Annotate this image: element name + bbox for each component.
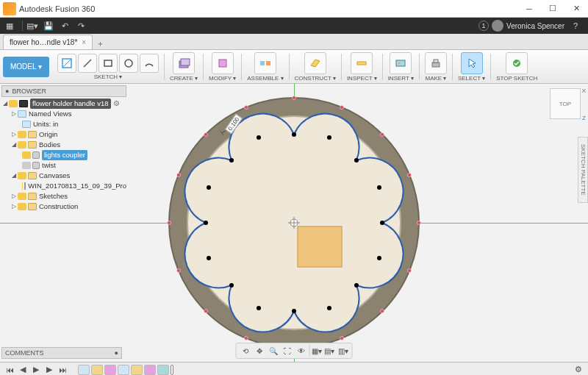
user-avatar-icon[interactable] [492, 20, 503, 32]
save-button[interactable]: 💾 [42, 19, 55, 32]
workspace-switcher[interactable]: MODEL ▾ [3, 57, 49, 77]
tree-construction[interactable]: ▷Construction [1, 201, 126, 212]
extrude-icon[interactable] [173, 52, 195, 74]
insert-group-label[interactable]: INSERT ▾ [388, 75, 414, 82]
browser-header[interactable]: ●BROWSER [1, 85, 126, 97]
svg-rect-55 [298, 226, 342, 267]
svg-rect-9 [266, 61, 270, 65]
history-marker-icon[interactable] [171, 365, 173, 375]
create-sketch-icon[interactable] [57, 54, 76, 73]
modify-group: MODIFY ▾ [207, 50, 238, 83]
timeline-start-icon[interactable]: ⏮ [4, 365, 15, 375]
select-icon[interactable] [461, 52, 483, 74]
browser-panel: ●BROWSER ◢flower holder handle v18⚙ ▷Nam… [1, 85, 126, 213]
file-menu-button[interactable]: ▤▾ [26, 19, 39, 32]
tree-body-lights-coupler[interactable]: lights coupler [1, 150, 126, 160]
timeline-prev-icon[interactable]: ◀ [18, 365, 28, 375]
svg-rect-11 [357, 62, 366, 65]
comments-expand-icon: ● [115, 349, 118, 357]
timeline-end-icon[interactable]: ⏭ [57, 365, 68, 375]
look-icon[interactable]: 👁 [295, 345, 307, 357]
tree-canvases[interactable]: ◢Canvases [1, 171, 126, 181]
modify-group-label[interactable]: MODIFY ▾ [209, 75, 236, 82]
history-sketch-icon[interactable] [78, 365, 90, 375]
svg-point-38 [417, 221, 421, 225]
history-canvas-icon[interactable] [157, 365, 169, 375]
document-tab[interactable]: flower ho…ndle v18* × [3, 35, 93, 49]
svg-rect-8 [260, 61, 265, 65]
assemble-group: ASSEMBLE ▾ [245, 50, 285, 83]
tree-bodies[interactable]: ◢Bodies [1, 140, 126, 150]
construct-group-label[interactable]: CONSTRUCT ▾ [295, 75, 336, 82]
timeline-next-icon[interactable]: ▶ [44, 365, 54, 375]
arc-icon[interactable] [140, 54, 159, 73]
data-panel-button[interactable]: ▦ [3, 19, 16, 32]
tree-body-twist[interactable]: twist [1, 160, 126, 171]
grid-settings-icon[interactable]: ▤▾ [323, 345, 335, 357]
viewcube[interactable]: TOP X Z [550, 88, 581, 119]
tree-origin[interactable]: ▷Origin [1, 129, 126, 140]
rectangle-icon[interactable] [98, 54, 118, 73]
maximize-button[interactable]: ☐ [541, 0, 564, 18]
history-extrude-icon[interactable] [91, 365, 103, 375]
tree-units[interactable]: Units: in [1, 119, 126, 129]
user-name[interactable]: Veronica Spencer [506, 22, 564, 30]
svg-rect-3 [104, 60, 112, 66]
zoom-icon[interactable]: 🔍 [268, 345, 279, 357]
redo-button[interactable]: ↷ [74, 19, 87, 32]
stop-sketch-icon[interactable] [506, 52, 528, 74]
sketch-palette-tab[interactable]: SKETCH PALETTE [578, 137, 588, 203]
notification-badge[interactable]: 1 [478, 21, 489, 31]
orbit-icon[interactable]: ⟲ [240, 345, 251, 357]
history-feature2-icon[interactable] [118, 365, 129, 375]
fit-icon[interactable]: ⛶ [282, 345, 293, 357]
inspect-group-label[interactable]: INSPECT ▾ [347, 75, 377, 82]
browser-title: BROWSER [12, 88, 46, 95]
undo-button[interactable]: ↶ [58, 19, 71, 32]
create-group-label[interactable]: CREATE ▾ [170, 75, 198, 82]
svg-point-47 [340, 337, 344, 340]
svg-point-13 [398, 62, 401, 64]
circle-icon[interactable] [119, 54, 138, 73]
tree-root[interactable]: ◢flower holder handle v18⚙ [1, 99, 126, 109]
help-button[interactable]: ? [569, 19, 582, 32]
tree-named-views[interactable]: ▷Named Views [1, 109, 126, 119]
timeline-history [78, 365, 173, 375]
assemble-group-label[interactable]: ASSEMBLE ▾ [247, 75, 283, 82]
history-feature-icon[interactable] [104, 365, 116, 375]
make-icon[interactable] [425, 52, 447, 74]
joint-icon[interactable] [254, 52, 276, 74]
new-tab-button[interactable]: ＋ [93, 38, 107, 49]
comments-panel-header[interactable]: COMMENTS ● [1, 347, 122, 359]
sketch-group: SKETCH ▾ [55, 50, 161, 83]
close-tab-icon[interactable]: × [82, 38, 86, 46]
plane-icon[interactable] [304, 52, 326, 74]
comments-label: COMMENTS [5, 349, 44, 357]
tree-sketches[interactable]: ▷Sketches [1, 191, 126, 201]
minimize-button[interactable]: ─ [517, 0, 541, 18]
insert-group: INSERT ▾ [386, 50, 416, 83]
quick-access-toolbar: ▦ ▤▾ 💾 ↶ ↷ 1 Veronica Spencer ? [0, 18, 588, 34]
line-icon[interactable] [78, 54, 97, 73]
tree-canvas-item[interactable]: WIN_20170813_15_09_39_Pro [1, 181, 126, 191]
select-group-label[interactable]: SELECT ▾ [458, 75, 485, 82]
insert-icon[interactable] [390, 52, 412, 74]
viewport-settings-icon[interactable]: ▥▾ [337, 345, 349, 357]
history-feature4-icon[interactable] [144, 365, 156, 375]
make-group-label[interactable]: MAKE ▾ [425, 75, 446, 82]
stop-sketch-label[interactable]: STOP SKETCH [496, 75, 537, 82]
timeline-play-icon[interactable]: ▶ [31, 365, 41, 375]
sketch-group-label[interactable]: SKETCH ▾ [94, 74, 123, 80]
svg-point-37 [381, 133, 384, 137]
pan-icon[interactable]: ✥ [254, 345, 265, 357]
svg-point-32 [257, 306, 261, 310]
close-button[interactable]: ✕ [564, 0, 588, 18]
measure-icon[interactable] [351, 52, 373, 74]
timeline-settings-icon[interactable]: ⚙ [573, 365, 584, 375]
history-feature3-icon[interactable] [131, 365, 143, 375]
document-tab-label: flower ho…ndle v18* [10, 38, 77, 46]
svg-point-51 [245, 106, 248, 110]
svg-point-30 [377, 256, 381, 260]
press-pull-icon[interactable] [212, 52, 234, 74]
display-settings-icon[interactable]: ▦▾ [309, 345, 321, 357]
